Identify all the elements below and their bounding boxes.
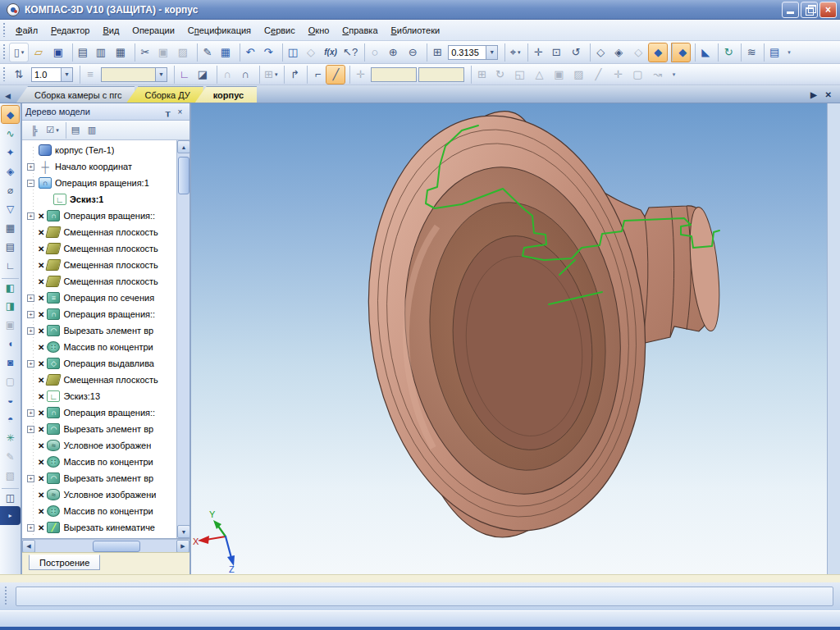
- expand-toggle-icon[interactable]: +: [27, 163, 34, 171]
- instrument-button[interactable]: ∿: [2, 125, 19, 142]
- toolbar-button[interactable]: ▨: [569, 66, 587, 84]
- menu-item[interactable]: Окно: [302, 23, 336, 38]
- toolbar-button[interactable]: ⊕: [384, 43, 402, 62]
- tree-item[interactable]: корпус (Тел-1): [22, 142, 176, 158]
- menu-item[interactable]: Операции: [126, 23, 180, 38]
- toolbar-button[interactable]: ✎: [197, 43, 215, 62]
- pin-icon[interactable]: ┰: [162, 106, 174, 118]
- tree-item[interactable]: ✕ Смещенная плоскость: [22, 372, 176, 388]
- menu-item[interactable]: Спецификация: [181, 23, 258, 38]
- expand-toggle-icon[interactable]: +: [27, 311, 34, 318]
- tree-toolbar-button[interactable]: ╠: [26, 122, 43, 139]
- tabs-close-icon[interactable]: ✕: [825, 90, 832, 99]
- tree-item[interactable]: + Начало координат: [22, 158, 176, 175]
- instrument-button[interactable]: ✦: [2, 144, 19, 161]
- scroll-down-icon[interactable]: ▼: [177, 525, 190, 538]
- instrument-button[interactable]: ◧: [2, 278, 19, 295]
- toolbar-button[interactable]: ◈: [609, 43, 628, 62]
- toolbar-button[interactable]: ▱: [30, 43, 48, 62]
- tree-vertical-scrollbar[interactable]: ▲ ▼: [176, 140, 189, 538]
- tree-item[interactable]: + ✕ Операция по сечения: [22, 290, 176, 306]
- expand-toggle-icon[interactable]: +: [27, 524, 34, 532]
- toolbar-button[interactable]: ↶: [240, 43, 258, 62]
- tree-toolbar-button[interactable]: ☑▾: [44, 122, 61, 139]
- toolbar-button[interactable]: ≡: [80, 66, 98, 84]
- toolbar-button[interactable]: ▢: [628, 66, 646, 84]
- toolbar-button[interactable]: ⌐: [307, 66, 325, 84]
- tree-item[interactable]: − Операция вращения:1: [22, 175, 176, 191]
- toolbar-button[interactable]: ↻: [491, 66, 509, 84]
- expand-toggle-icon[interactable]: +: [27, 327, 34, 335]
- tree-item[interactable]: ✕ Условное изображени: [22, 486, 176, 503]
- expand-toggle-icon[interactable]: +: [27, 475, 34, 482]
- toolbar-button[interactable]: ◇: [590, 43, 608, 62]
- toolbar-button[interactable]: ◇: [629, 43, 647, 62]
- tree-item[interactable]: ✕ Условное изображен: [22, 437, 176, 454]
- menu-item[interactable]: Файл: [9, 23, 44, 38]
- toolbar-button[interactable]: ◱: [510, 66, 528, 84]
- document-tab[interactable]: Сборка ДУ: [126, 86, 203, 103]
- instrument-button[interactable]: ◈: [2, 162, 19, 180]
- toolbar-button[interactable]: ⊡: [547, 43, 565, 62]
- toolbar-button[interactable]: ▯▾: [10, 43, 28, 62]
- tree-horizontal-scrollbar[interactable]: ◀ ▶: [22, 539, 189, 552]
- toolbar-button[interactable]: ▤: [72, 43, 90, 62]
- tree-item[interactable]: + ✕ Операция вращения::: [22, 306, 176, 322]
- layer-dropdown-arrow[interactable]: ▼: [155, 67, 167, 82]
- restore-button[interactable]: [801, 2, 818, 18]
- instrument-button[interactable]: ◨: [2, 297, 19, 314]
- toolbar-button[interactable]: ⊞: [427, 43, 445, 62]
- toolbar-button[interactable]: ⊖: [404, 43, 422, 62]
- toolbar-button[interactable]: ◆: [672, 43, 690, 62]
- scroll-thumb[interactable]: [178, 157, 189, 194]
- instrument-button[interactable]: ✳: [2, 429, 19, 446]
- instrument-button[interactable]: ▢: [2, 372, 19, 390]
- toolbar-button[interactable]: ∩: [217, 66, 235, 84]
- toolbar-button[interactable]: ▣: [154, 43, 172, 62]
- toolbar-button[interactable]: ⊞▾: [259, 66, 279, 84]
- toolbar-button[interactable]: ↻: [718, 43, 736, 62]
- coord-y-field[interactable]: [418, 67, 464, 82]
- toolbar-button[interactable]: ▨: [174, 43, 192, 62]
- toolbar-button[interactable]: ◆: [649, 43, 667, 62]
- 3d-viewport[interactable]: X Y Z: [191, 103, 827, 574]
- instrument-button[interactable]: ▦: [2, 219, 19, 236]
- tree-item[interactable]: + ✕ Операция вращения::: [22, 208, 176, 224]
- instrument-button[interactable]: ∟: [2, 257, 19, 274]
- step-input[interactable]: [31, 67, 61, 82]
- tree-item[interactable]: + ✕ Операция выдавлива: [22, 355, 176, 372]
- toolbar-button[interactable]: ◌: [364, 43, 382, 62]
- toolbar-overflow-button[interactable]: ▾: [784, 50, 794, 54]
- instrument-button[interactable]: ◫: [2, 488, 19, 505]
- instrument-button[interactable]: ◙: [2, 354, 19, 371]
- toolbar-button[interactable]: ⇅: [10, 66, 28, 84]
- tree-item[interactable]: + ✕ Вырезать кинематиче: [22, 519, 176, 536]
- toolbar-button[interactable]: ✂: [135, 43, 153, 62]
- tree-item[interactable]: ✕ Эскиз:13: [22, 388, 176, 404]
- construction-tab[interactable]: Построение: [29, 555, 100, 570]
- menu-item[interactable]: Сервис: [258, 23, 302, 38]
- expand-toggle-icon[interactable]: +: [27, 426, 34, 433]
- toolbar-button[interactable]: f(x): [322, 43, 340, 62]
- tree-item[interactable]: ✕ Массив по концентри: [22, 339, 176, 355]
- toolbar-button[interactable]: ▤: [764, 43, 782, 62]
- property-field[interactable]: [16, 587, 833, 606]
- document-tab[interactable]: корпус: [195, 86, 257, 103]
- tree-item[interactable]: ✕ Смещенная плоскость: [22, 240, 176, 257]
- tree-item[interactable]: ✕ Смещенная плоскость: [22, 257, 176, 273]
- expand-toggle-icon[interactable]: −: [27, 180, 34, 187]
- close-button[interactable]: ×: [819, 2, 837, 18]
- toolbar-button[interactable]: ▦: [112, 43, 130, 62]
- coord-x-field[interactable]: [371, 67, 417, 82]
- scale-dropdown-arrow[interactable]: ▼: [486, 45, 498, 60]
- toolbar-button[interactable]: ▣: [550, 66, 568, 84]
- minimize-button[interactable]: [782, 2, 799, 18]
- tree-item[interactable]: ✕ Смещенная плоскость: [22, 273, 176, 290]
- expand-toggle-icon[interactable]: +: [27, 409, 34, 417]
- menu-item[interactable]: Вид: [96, 23, 126, 38]
- tabs-next-arrow-icon[interactable]: ▶: [810, 90, 817, 99]
- instrument-button[interactable]: ▣: [2, 316, 19, 333]
- toolbar-button[interactable]: ▣: [49, 43, 67, 62]
- toolbar-button[interactable]: ⊞: [471, 66, 489, 84]
- tree-item[interactable]: Эскиз:1: [22, 191, 176, 208]
